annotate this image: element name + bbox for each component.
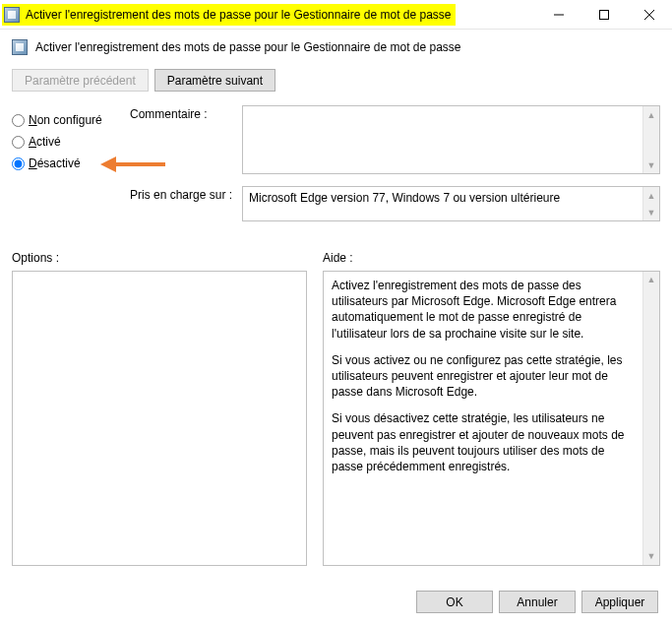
close-button[interactable] <box>627 0 672 29</box>
help-paragraph: Activez l'enregistrement des mots de pas… <box>332 278 638 342</box>
radio-enabled[interactable] <box>12 136 25 149</box>
footer-buttons: OK Annuler Appliquer <box>416 591 658 613</box>
help-paragraph: Si vous activez ou ne configurez pas cet… <box>332 352 638 401</box>
maximize-button[interactable] <box>581 0 627 29</box>
apply-button[interactable]: Appliquer <box>581 591 658 613</box>
prev-setting-button[interactable]: Paramètre précédent <box>12 69 149 92</box>
scroll-down-icon[interactable]: ▼ <box>643 548 659 565</box>
comment-textarea[interactable]: ▲ ▼ <box>242 105 660 174</box>
cancel-button[interactable]: Annuler <box>499 591 576 613</box>
radio-disabled-label[interactable]: Désactivé <box>29 156 81 170</box>
policy-header: Activer l'enregistrement des mots de pas… <box>12 39 660 55</box>
supported-label: Pris en charge sur : <box>130 186 234 202</box>
svg-rect-1 <box>600 10 609 19</box>
scrollbar[interactable]: ▲ ▼ <box>642 272 659 565</box>
scroll-down-icon[interactable]: ▼ <box>643 204 659 220</box>
scroll-up-icon[interactable]: ▲ <box>643 106 659 123</box>
options-box <box>12 271 307 566</box>
radio-not-configured[interactable] <box>12 114 25 127</box>
window-title: Activer l'enregistrement des mots de pas… <box>26 8 452 22</box>
ok-button[interactable]: OK <box>416 591 493 613</box>
supported-on-box: Microsoft Edge version 77, Windows 7 ou … <box>242 186 660 221</box>
help-box: Activez l'enregistrement des mots de pas… <box>323 271 660 566</box>
policy-title: Activer l'enregistrement des mots de pas… <box>35 40 461 54</box>
radio-not-configured-label[interactable]: Non configuré <box>29 113 102 127</box>
scrollbar[interactable]: ▲ ▼ <box>642 106 659 173</box>
next-setting-button[interactable]: Paramètre suivant <box>154 69 275 92</box>
help-paragraph: Si vous désactivez cette stratégie, les … <box>332 410 638 474</box>
minimize-button[interactable] <box>536 0 581 29</box>
title-highlight: Activer l'enregistrement des mots de pas… <box>2 4 456 26</box>
scroll-up-icon[interactable]: ▲ <box>643 272 659 288</box>
help-label: Aide : <box>323 251 660 265</box>
scrollbar[interactable]: ▲ ▼ <box>642 187 659 220</box>
policy-icon <box>12 39 28 55</box>
options-label: Options : <box>12 251 307 265</box>
scroll-down-icon[interactable]: ▼ <box>643 156 659 173</box>
comment-label: Commentaire : <box>130 105 234 121</box>
scroll-up-icon[interactable]: ▲ <box>643 187 659 204</box>
nav-row: Paramètre précédent Paramètre suivant <box>12 69 660 92</box>
state-radio-group: Non configuré Activé Désactivé <box>12 105 120 233</box>
policy-window-icon <box>4 7 20 23</box>
window-controls <box>536 0 672 29</box>
supported-value: Microsoft Edge version 77, Windows 7 ou … <box>249 191 560 205</box>
radio-disabled[interactable] <box>12 157 25 170</box>
radio-enabled-label[interactable]: Activé <box>29 135 61 149</box>
titlebar: Activer l'enregistrement des mots de pas… <box>0 0 672 30</box>
